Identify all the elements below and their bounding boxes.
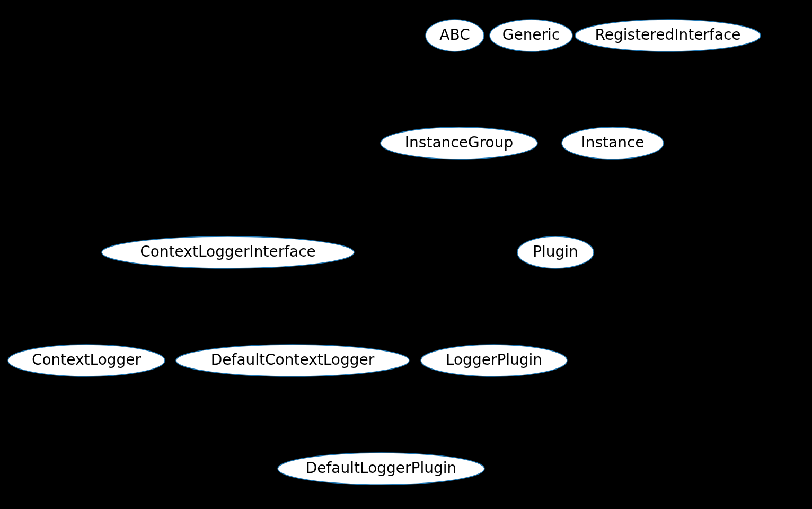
node-context-logger: ContextLogger <box>8 345 165 376</box>
node-generic-label: Generic <box>502 26 560 43</box>
node-registered-interface: RegisteredInterface <box>575 20 761 51</box>
class-hierarchy-diagram: ABC Generic RegisteredInterface Instance… <box>0 0 812 509</box>
node-abc-label: ABC <box>439 26 470 43</box>
node-context-logger-interface-label: ContextLoggerInterface <box>140 243 316 260</box>
node-registered-interface-label: RegisteredInterface <box>595 26 740 43</box>
node-logger-plugin-label: LoggerPlugin <box>446 351 542 368</box>
node-instance: Instance <box>562 127 664 159</box>
node-plugin-label: Plugin <box>533 243 578 260</box>
node-instance-group: InstanceGroup <box>381 127 537 159</box>
node-abc: ABC <box>426 20 484 51</box>
node-instance-label: Instance <box>581 134 644 151</box>
node-logger-plugin: LoggerPlugin <box>421 345 567 376</box>
node-default-logger-plugin-label: DefaultLoggerPlugin <box>306 459 457 477</box>
node-instance-group-label: InstanceGroup <box>405 134 513 151</box>
node-generic: Generic <box>490 20 572 51</box>
node-context-logger-label: ContextLogger <box>32 351 142 368</box>
node-default-context-logger: DefaultContextLogger <box>176 345 409 376</box>
node-default-logger-plugin: DefaultLoggerPlugin <box>278 453 484 485</box>
node-context-logger-interface: ContextLoggerInterface <box>102 236 354 268</box>
node-default-context-logger-label: DefaultContextLogger <box>211 351 375 368</box>
node-plugin: Plugin <box>517 236 594 268</box>
